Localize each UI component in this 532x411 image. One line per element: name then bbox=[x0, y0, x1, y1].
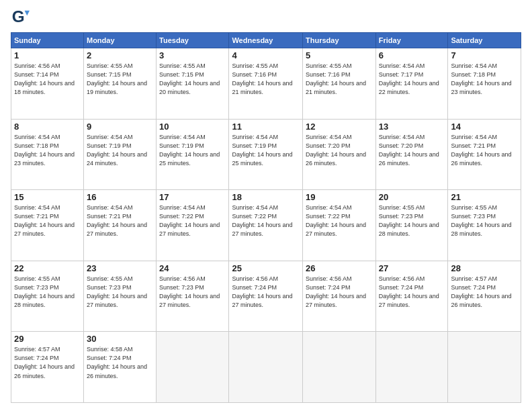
calendar-week-5: 29Sunrise: 4:57 AMSunset: 7:24 PMDayligh… bbox=[11, 332, 521, 403]
calendar-cell bbox=[303, 332, 376, 403]
svg-marker-1 bbox=[25, 11, 30, 15]
day-info: Sunrise: 4:54 AMSunset: 7:22 PMDaylight:… bbox=[232, 203, 300, 238]
calendar-cell: 17Sunrise: 4:54 AMSunset: 7:22 PMDayligh… bbox=[157, 190, 229, 261]
calendar-cell: 25Sunrise: 4:56 AMSunset: 7:24 PMDayligh… bbox=[229, 261, 303, 332]
day-number: 11 bbox=[232, 122, 300, 132]
day-info: Sunrise: 4:54 AMSunset: 7:21 PMDaylight:… bbox=[87, 203, 153, 238]
calendar-header-friday: Friday bbox=[375, 33, 448, 48]
day-number: 29 bbox=[14, 334, 81, 344]
calendar-header-wednesday: Wednesday bbox=[229, 33, 303, 48]
day-number: 15 bbox=[14, 192, 81, 202]
calendar-cell: 13Sunrise: 4:54 AMSunset: 7:20 PMDayligh… bbox=[375, 119, 448, 190]
day-info: Sunrise: 4:54 AMSunset: 7:19 PMDaylight:… bbox=[159, 133, 226, 168]
day-number: 19 bbox=[306, 192, 373, 202]
day-number: 30 bbox=[87, 334, 153, 344]
calendar-cell: 22Sunrise: 4:55 AMSunset: 7:23 PMDayligh… bbox=[11, 261, 84, 332]
day-info: Sunrise: 4:54 AMSunset: 7:20 PMDaylight:… bbox=[379, 133, 445, 168]
calendar-cell: 10Sunrise: 4:54 AMSunset: 7:19 PMDayligh… bbox=[157, 119, 229, 190]
day-number: 3 bbox=[159, 50, 226, 60]
calendar-cell: 3Sunrise: 4:55 AMSunset: 7:15 PMDaylight… bbox=[157, 48, 229, 120]
day-info: Sunrise: 4:55 AMSunset: 7:23 PMDaylight:… bbox=[379, 203, 445, 238]
day-number: 17 bbox=[159, 192, 226, 202]
calendar-week-3: 15Sunrise: 4:54 AMSunset: 7:21 PMDayligh… bbox=[11, 190, 521, 261]
day-info: Sunrise: 4:55 AMSunset: 7:16 PMDaylight:… bbox=[306, 62, 373, 97]
calendar-cell: 18Sunrise: 4:54 AMSunset: 7:22 PMDayligh… bbox=[229, 190, 303, 261]
day-number: 8 bbox=[14, 122, 81, 132]
day-info: Sunrise: 4:54 AMSunset: 7:21 PMDaylight:… bbox=[14, 203, 81, 238]
day-number: 2 bbox=[87, 50, 153, 60]
day-number: 20 bbox=[379, 192, 445, 202]
day-number: 14 bbox=[451, 122, 518, 132]
day-info: Sunrise: 4:54 AMSunset: 7:19 PMDaylight:… bbox=[87, 133, 153, 168]
day-number: 1 bbox=[14, 50, 81, 60]
calendar-header-sunday: Sunday bbox=[11, 33, 84, 48]
calendar-week-4: 22Sunrise: 4:55 AMSunset: 7:23 PMDayligh… bbox=[11, 261, 521, 332]
day-number: 25 bbox=[232, 263, 300, 273]
calendar-header-row: SundayMondayTuesdayWednesdayThursdayFrid… bbox=[11, 33, 521, 48]
day-info: Sunrise: 4:55 AMSunset: 7:16 PMDaylight:… bbox=[232, 62, 300, 97]
day-number: 7 bbox=[451, 50, 518, 60]
day-number: 21 bbox=[451, 192, 518, 202]
calendar-cell: 5Sunrise: 4:55 AMSunset: 7:16 PMDaylight… bbox=[303, 48, 376, 120]
day-info: Sunrise: 4:56 AMSunset: 7:24 PMDaylight:… bbox=[232, 275, 300, 310]
day-info: Sunrise: 4:54 AMSunset: 7:19 PMDaylight:… bbox=[232, 133, 300, 168]
day-number: 5 bbox=[306, 50, 373, 60]
day-number: 12 bbox=[306, 122, 373, 132]
calendar-cell: 28Sunrise: 4:57 AMSunset: 7:24 PMDayligh… bbox=[448, 261, 521, 332]
day-info: Sunrise: 4:54 AMSunset: 7:22 PMDaylight:… bbox=[306, 203, 373, 238]
calendar-cell: 12Sunrise: 4:54 AMSunset: 7:20 PMDayligh… bbox=[303, 119, 376, 190]
logo-icon: G bbox=[11, 8, 30, 27]
day-number: 22 bbox=[14, 263, 81, 273]
day-info: Sunrise: 4:54 AMSunset: 7:21 PMDaylight:… bbox=[451, 133, 518, 168]
calendar-header-saturday: Saturday bbox=[448, 33, 521, 48]
calendar-cell bbox=[375, 332, 448, 403]
day-info: Sunrise: 4:55 AMSunset: 7:23 PMDaylight:… bbox=[14, 275, 81, 310]
calendar-cell: 20Sunrise: 4:55 AMSunset: 7:23 PMDayligh… bbox=[375, 190, 448, 261]
calendar-cell: 29Sunrise: 4:57 AMSunset: 7:24 PMDayligh… bbox=[11, 332, 84, 403]
calendar-cell: 30Sunrise: 4:58 AMSunset: 7:24 PMDayligh… bbox=[83, 332, 156, 403]
day-info: Sunrise: 4:56 AMSunset: 7:24 PMDaylight:… bbox=[306, 275, 373, 310]
day-info: Sunrise: 4:55 AMSunset: 7:15 PMDaylight:… bbox=[87, 62, 153, 97]
calendar-cell: 15Sunrise: 4:54 AMSunset: 7:21 PMDayligh… bbox=[11, 190, 84, 261]
day-info: Sunrise: 4:56 AMSunset: 7:23 PMDaylight:… bbox=[159, 275, 226, 310]
day-number: 18 bbox=[232, 192, 300, 202]
day-info: Sunrise: 4:56 AMSunset: 7:14 PMDaylight:… bbox=[14, 62, 81, 97]
day-number: 4 bbox=[232, 50, 300, 60]
day-info: Sunrise: 4:57 AMSunset: 7:24 PMDaylight:… bbox=[451, 275, 518, 310]
logo: G bbox=[11, 8, 32, 27]
calendar-cell: 16Sunrise: 4:54 AMSunset: 7:21 PMDayligh… bbox=[83, 190, 156, 261]
day-number: 9 bbox=[87, 122, 153, 132]
calendar: SundayMondayTuesdayWednesdayThursdayFrid… bbox=[11, 32, 521, 403]
calendar-cell: 1Sunrise: 4:56 AMSunset: 7:14 PMDaylight… bbox=[11, 48, 84, 120]
calendar-header-thursday: Thursday bbox=[303, 33, 376, 48]
day-number: 23 bbox=[87, 263, 153, 273]
calendar-cell: 6Sunrise: 4:54 AMSunset: 7:17 PMDaylight… bbox=[375, 48, 448, 120]
calendar-cell bbox=[448, 332, 521, 403]
day-number: 6 bbox=[379, 50, 445, 60]
day-info: Sunrise: 4:54 AMSunset: 7:18 PMDaylight:… bbox=[14, 133, 81, 168]
calendar-cell: 7Sunrise: 4:54 AMSunset: 7:18 PMDaylight… bbox=[448, 48, 521, 120]
day-number: 10 bbox=[159, 122, 226, 132]
day-info: Sunrise: 4:54 AMSunset: 7:20 PMDaylight:… bbox=[306, 133, 373, 168]
calendar-cell: 24Sunrise: 4:56 AMSunset: 7:23 PMDayligh… bbox=[157, 261, 229, 332]
day-number: 26 bbox=[306, 263, 373, 273]
calendar-cell: 9Sunrise: 4:54 AMSunset: 7:19 PMDaylight… bbox=[83, 119, 156, 190]
calendar-cell: 19Sunrise: 4:54 AMSunset: 7:22 PMDayligh… bbox=[303, 190, 376, 261]
day-info: Sunrise: 4:55 AMSunset: 7:23 PMDaylight:… bbox=[451, 203, 518, 238]
calendar-week-1: 1Sunrise: 4:56 AMSunset: 7:14 PMDaylight… bbox=[11, 48, 521, 120]
calendar-cell: 4Sunrise: 4:55 AMSunset: 7:16 PMDaylight… bbox=[229, 48, 303, 120]
calendar-cell: 23Sunrise: 4:55 AMSunset: 7:23 PMDayligh… bbox=[83, 261, 156, 332]
calendar-cell bbox=[229, 332, 303, 403]
calendar-cell: 11Sunrise: 4:54 AMSunset: 7:19 PMDayligh… bbox=[229, 119, 303, 190]
svg-text:G: G bbox=[12, 8, 25, 26]
calendar-cell bbox=[157, 332, 229, 403]
calendar-body: 1Sunrise: 4:56 AMSunset: 7:14 PMDaylight… bbox=[11, 48, 521, 403]
day-info: Sunrise: 4:56 AMSunset: 7:24 PMDaylight:… bbox=[379, 275, 445, 310]
day-number: 16 bbox=[87, 192, 153, 202]
day-info: Sunrise: 4:54 AMSunset: 7:22 PMDaylight:… bbox=[159, 203, 226, 238]
day-info: Sunrise: 4:57 AMSunset: 7:24 PMDaylight:… bbox=[14, 345, 81, 380]
calendar-cell: 8Sunrise: 4:54 AMSunset: 7:18 PMDaylight… bbox=[11, 119, 84, 190]
calendar-header-tuesday: Tuesday bbox=[157, 33, 229, 48]
day-number: 27 bbox=[379, 263, 445, 273]
day-info: Sunrise: 4:54 AMSunset: 7:18 PMDaylight:… bbox=[451, 62, 518, 97]
